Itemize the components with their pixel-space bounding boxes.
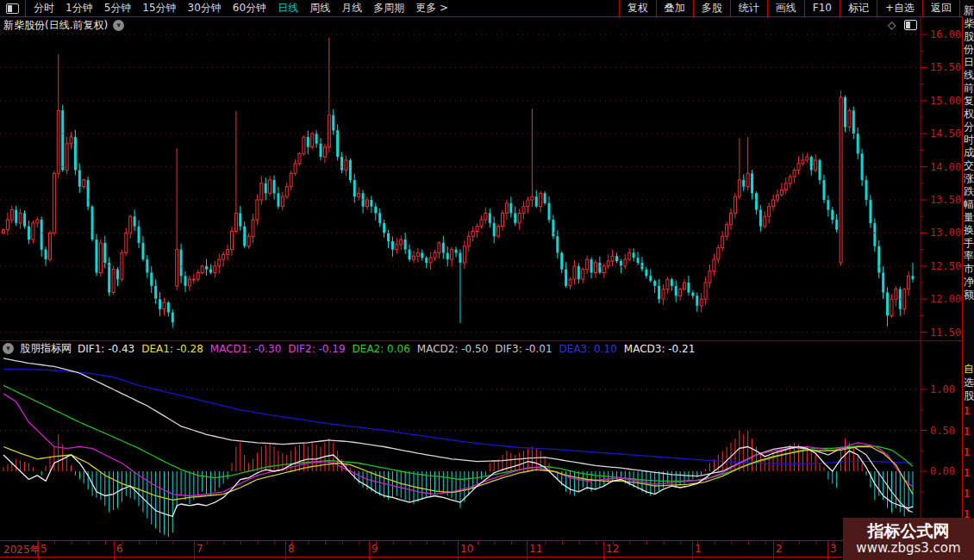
year-label: 2025年	[3, 543, 41, 557]
strip-char: 交	[964, 160, 974, 171]
strip-char: 份	[964, 44, 974, 54]
period-tab-3[interactable]: 15分钟	[142, 1, 176, 16]
strip-char: 线	[964, 70, 974, 80]
month-label-2: 2	[776, 543, 783, 555]
strip-char: 跌	[964, 186, 974, 196]
strip-char: 股	[964, 390, 974, 401]
strip-char: 成	[964, 147, 974, 158]
stock-app-window: 分时1分钟5分钟15分钟30分钟60分钟日线周线月线多周期更多 > 复权叠加多股…	[0, 0, 974, 560]
watermark-badge: 指标公式网 www.zbgs3.com	[843, 518, 974, 560]
date-axis: 2025年 56789101112123	[0, 542, 963, 557]
diamond-marker-icon[interactable]: ◇	[888, 19, 896, 31]
indicator-values: DIF1: -0.43DEA1: -0.28MACD1: -0.30DIF2: …	[78, 343, 702, 355]
month-label-8: 8	[288, 543, 295, 555]
strip-price-digit: 1	[964, 426, 970, 438]
price-tick-label: 15.00	[930, 95, 961, 107]
strip-price-digit: 1	[964, 446, 970, 458]
period-tab-2[interactable]: 5分钟	[104, 1, 132, 16]
indicator-legend-row: ▾ 股朋指标网 DIF1: -0.43DEA1: -0.28MACD1: -0.…	[3, 342, 702, 355]
period-tab-10[interactable]: 更多 >	[415, 1, 448, 16]
month-label-5: 5	[41, 543, 47, 555]
strip-char: 新	[964, 5, 974, 16]
price-tick-label: 11.50	[930, 327, 961, 339]
price-tick-label: 13.50	[930, 194, 961, 206]
strip-char: 涨	[964, 173, 974, 184]
strip-price-digit: 1	[964, 467, 970, 479]
price-tick-label: 14.50	[930, 128, 961, 140]
month-label-6: 6	[116, 543, 123, 555]
strip-price-digit: 1	[964, 488, 970, 500]
chart-title-row: 新柴股份(日线.前复权) ▾	[3, 18, 124, 32]
macd-line-dea3	[3, 369, 913, 464]
page-title: 新柴股份(日线.前复权)	[3, 18, 108, 33]
period-toolbar: 分时1分钟5分钟15分钟30分钟60分钟日线周线月线多周期更多 > 复权叠加多股…	[0, 0, 974, 16]
strip-char: 换	[964, 225, 974, 235]
right-edge-panel[interactable]: 新柴股份日线前复权分时成交涨跌幅量换手率市净额自选股111111	[963, 0, 974, 560]
strip-char: 选	[964, 377, 974, 388]
period-tab-9[interactable]: 多周期	[373, 1, 404, 16]
watermark-title: 指标公式网	[868, 522, 950, 540]
month-label-3: 3	[830, 543, 837, 555]
price-tick-label: 16.00	[930, 28, 961, 40]
layout-toggle-button[interactable]	[0, 0, 26, 16]
period-tab-4[interactable]: 30分钟	[188, 1, 222, 16]
toolbar-action-7[interactable]: +自选	[877, 0, 922, 16]
toolbar-action-4[interactable]: 画线	[767, 0, 804, 16]
toolbar-actions: 复权叠加多股统计画线F10标记+自选返回	[619, 0, 960, 16]
toolbar-action-1[interactable]: 叠加	[656, 0, 693, 16]
legend-dif3: DIF3: -0.01	[495, 343, 552, 355]
month-label-1: 1	[695, 543, 702, 555]
watermark-url: www.zbgs3.com	[856, 540, 960, 556]
price-pane[interactable]	[3, 38, 915, 328]
price-tick-label: 14.00	[930, 161, 961, 173]
strip-char: 复	[964, 96, 974, 106]
strip-char: 权	[964, 109, 974, 119]
legend-dif1: DIF1: -0.43	[78, 343, 134, 355]
price-tick-label: 13.00	[930, 227, 961, 239]
macd-tick-label: 1.00	[930, 383, 961, 395]
indicator-source-label: 股朋指标网	[20, 341, 72, 356]
period-tabs: 分时1分钟5分钟15分钟30分钟60分钟日线周线月线多周期更多 >	[26, 1, 448, 16]
title-dropdown-button[interactable]: ▾	[113, 20, 124, 31]
toolbar-action-5[interactable]: F10	[804, 0, 840, 16]
strip-char: 分	[964, 121, 974, 132]
strip-char: 日	[964, 57, 974, 67]
legend-macd2: MACD2: -0.50	[417, 343, 489, 355]
pane-layout-icon[interactable]	[904, 20, 917, 30]
chart-corner-icons: ◇	[888, 19, 917, 31]
month-label-9: 9	[371, 543, 378, 555]
strip-char: 手	[964, 238, 974, 248]
price-tick-label: 12.50	[930, 260, 961, 272]
strip-char: 幅	[964, 199, 974, 209]
period-tab-1[interactable]: 1分钟	[66, 1, 93, 16]
period-tab-7[interactable]: 周线	[309, 1, 330, 16]
month-label-10: 10	[460, 543, 473, 555]
period-tab-5[interactable]: 60分钟	[233, 1, 266, 16]
toolbar-action-3[interactable]: 统计	[730, 0, 767, 16]
legend-dea3: DEA3: 0.10	[559, 343, 617, 355]
strip-char: 柴	[964, 18, 974, 28]
macd-tick-label: 0.00	[930, 465, 961, 477]
period-tab-6[interactable]: 日线	[278, 1, 298, 16]
legend-dif2: DIF2: -0.19	[288, 343, 345, 355]
toolbar-action-2[interactable]: 多股	[693, 0, 730, 16]
month-label-7: 7	[197, 543, 203, 555]
macd-tick-label: 0.50	[930, 425, 961, 437]
macd-line-dif1	[3, 447, 913, 517]
strip-char: 额	[964, 289, 974, 300]
strip-char: 量	[964, 212, 974, 222]
strip-char: 率	[964, 251, 974, 261]
price-tick-label: 12.00	[930, 293, 961, 305]
macd-pane[interactable]	[3, 358, 913, 537]
strip-char: 前	[964, 83, 974, 93]
toolbar-action-6[interactable]: 标记	[840, 0, 877, 16]
period-tab-0[interactable]: 分时	[34, 1, 54, 16]
legend-dea2: DEA2: 0.06	[353, 343, 410, 355]
toolbar-action-8[interactable]: 返回	[922, 0, 960, 16]
strip-price-digit: 1	[964, 405, 970, 417]
toolbar-action-0[interactable]: 复权	[619, 0, 656, 16]
month-label-11: 11	[529, 543, 542, 555]
period-tab-8[interactable]: 月线	[341, 1, 362, 16]
indicator-dropdown-button[interactable]: ▾	[3, 343, 14, 354]
legend-dea1: DEA1: -0.28	[141, 343, 203, 355]
